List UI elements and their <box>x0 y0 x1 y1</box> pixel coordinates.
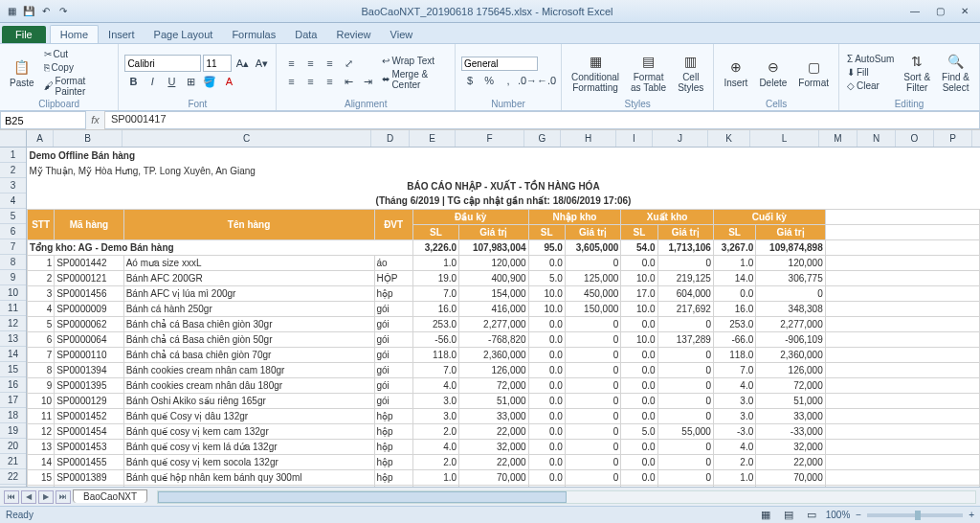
cell[interactable]: 51,000 <box>756 393 826 408</box>
cell[interactable]: 400,900 <box>459 270 529 285</box>
cell[interactable]: 416,000 <box>459 301 529 316</box>
cell[interactable]: 0 <box>657 485 713 487</box>
insert-button[interactable]: ⊕Insert <box>720 56 751 90</box>
cell[interactable] <box>825 408 979 423</box>
cell[interactable]: 125,000 <box>565 270 620 285</box>
file-tab[interactable]: File <box>2 26 46 43</box>
cell[interactable]: 10.0 <box>621 331 657 347</box>
fx-icon[interactable]: fx <box>86 111 105 129</box>
cell[interactable]: 0.0 <box>528 362 565 377</box>
zoom-out-button[interactable]: − <box>856 510 861 520</box>
col-header-L[interactable]: L <box>750 130 819 147</box>
font-size-select[interactable] <box>203 55 232 72</box>
cell[interactable]: Giá trị <box>565 224 620 239</box>
cell[interactable]: 3.0 <box>713 408 755 423</box>
cell[interactable]: 2.0 <box>412 454 458 469</box>
row-header[interactable]: 22 <box>0 469 26 485</box>
cell[interactable]: Mỹ Thuận, Mỹ Hòa Hưng, TP. Long Xuyên, A… <box>28 163 980 178</box>
zoom-thumb[interactable] <box>915 511 921 520</box>
col-header-A[interactable]: A <box>27 130 54 147</box>
row-header[interactable]: 5 <box>0 209 26 224</box>
cell[interactable] <box>825 270 979 285</box>
cell[interactable]: 2.0 <box>412 485 458 487</box>
format-button[interactable]: ▢Format <box>794 56 833 90</box>
cell[interactable]: hộp <box>374 423 412 439</box>
conditional-formatting-button[interactable]: ▦Conditional Formatting <box>568 50 623 95</box>
col-header-N[interactable]: N <box>858 130 896 147</box>
cell[interactable]: 10.0 <box>528 301 565 316</box>
undo-icon[interactable]: ↶ <box>38 4 54 19</box>
cell[interactable]: Bánh cookies cream nhân cam 180gr <box>123 362 374 377</box>
cell[interactable]: 2,360,000 <box>756 347 826 362</box>
fill-button[interactable]: ⬇Fill <box>845 66 896 79</box>
cell[interactable]: 4.0 <box>412 439 458 454</box>
cell-styles-button[interactable]: ▥Cell Styles <box>674 50 707 95</box>
row-header[interactable]: 8 <box>0 255 26 270</box>
cell[interactable]: -56.0 <box>412 331 458 347</box>
cell[interactable]: 604,000 <box>657 285 713 301</box>
cell[interactable]: 150,000 <box>565 301 620 316</box>
cell[interactable]: 0.0 <box>621 469 657 485</box>
format-painter-button[interactable]: 🖌Format Painter <box>42 75 113 98</box>
cell[interactable]: Xuất kho <box>621 209 714 224</box>
col-header-M[interactable]: M <box>819 130 858 147</box>
cell[interactable]: 120,000 <box>459 255 529 270</box>
cell[interactable]: SP0001454 <box>55 423 124 439</box>
fill-color-button[interactable]: 🪣 <box>201 73 218 90</box>
minimize-button[interactable]: — <box>903 4 926 19</box>
cell[interactable]: SP0001388 <box>55 485 124 487</box>
row-header[interactable]: 12 <box>0 316 26 331</box>
cell[interactable] <box>825 239 979 255</box>
cell[interactable]: 55,000 <box>657 423 713 439</box>
cell[interactable] <box>825 439 979 454</box>
cell[interactable]: 10.0 <box>621 270 657 285</box>
cell[interactable]: 107,983,004 <box>459 239 529 255</box>
cell[interactable]: 13 <box>28 439 55 454</box>
cell[interactable]: 0.0 <box>621 439 657 454</box>
zoom-slider[interactable] <box>867 513 963 517</box>
cell[interactable]: SP0001455 <box>55 454 124 469</box>
cell[interactable]: 10.0 <box>528 285 565 301</box>
cell[interactable]: 450,000 <box>565 285 620 301</box>
cell[interactable]: ĐVT <box>374 209 412 239</box>
cell[interactable]: 16.0 <box>412 301 458 316</box>
cell[interactable]: 0 <box>565 485 620 487</box>
cell[interactable]: 0.0 <box>621 347 657 362</box>
cell[interactable]: 0 <box>657 316 713 331</box>
cell[interactable]: 0.0 <box>528 393 565 408</box>
col-header-C[interactable]: C <box>122 130 371 147</box>
select-all-corner[interactable] <box>0 130 27 147</box>
col-header-I[interactable]: I <box>616 130 653 147</box>
cell[interactable]: gói <box>374 331 412 347</box>
cell[interactable]: 22,000 <box>756 454 826 469</box>
cell[interactable]: 5.0 <box>528 270 565 285</box>
cell[interactable]: 0 <box>565 423 620 439</box>
cell[interactable]: Bánh quế hộp nhân kem bánh quy 300ml <box>123 469 374 485</box>
cell[interactable] <box>825 209 979 224</box>
cell[interactable]: 4.0 <box>713 439 755 454</box>
cell[interactable]: gói <box>374 316 412 331</box>
cell[interactable]: 7.0 <box>412 285 458 301</box>
cell[interactable]: 5 <box>28 316 55 331</box>
cell[interactable]: gói <box>374 347 412 362</box>
cell[interactable]: Bánh chả cá basa chiên giòn 70gr <box>123 347 374 362</box>
cell[interactable]: Bánh quế cosy vị kem cam 132gr <box>123 423 374 439</box>
cell[interactable]: 95.0 <box>528 239 565 255</box>
cell[interactable]: 0 <box>657 377 713 393</box>
cell[interactable]: 0.0 <box>621 377 657 393</box>
cell[interactable]: -33,000 <box>756 423 826 439</box>
orientation-icon[interactable]: ⤢ <box>340 55 357 72</box>
cell[interactable]: Bánh chả cá Basa chiên giòn 30gr <box>123 316 374 331</box>
cell[interactable]: 0 <box>657 408 713 423</box>
autosum-button[interactable]: ΣAutoSum <box>845 53 896 65</box>
cell[interactable]: 3.0 <box>412 393 458 408</box>
cell[interactable]: 0 <box>657 347 713 362</box>
row-header[interactable]: 18 <box>0 408 26 423</box>
cell[interactable]: 0 <box>657 454 713 469</box>
cell[interactable]: 9 <box>28 377 55 393</box>
cell[interactable]: 0 <box>565 362 620 377</box>
cell[interactable]: gói <box>374 393 412 408</box>
cell[interactable]: SP0001389 <box>55 469 124 485</box>
cell[interactable] <box>825 316 979 331</box>
cell[interactable]: 4 <box>28 301 55 316</box>
